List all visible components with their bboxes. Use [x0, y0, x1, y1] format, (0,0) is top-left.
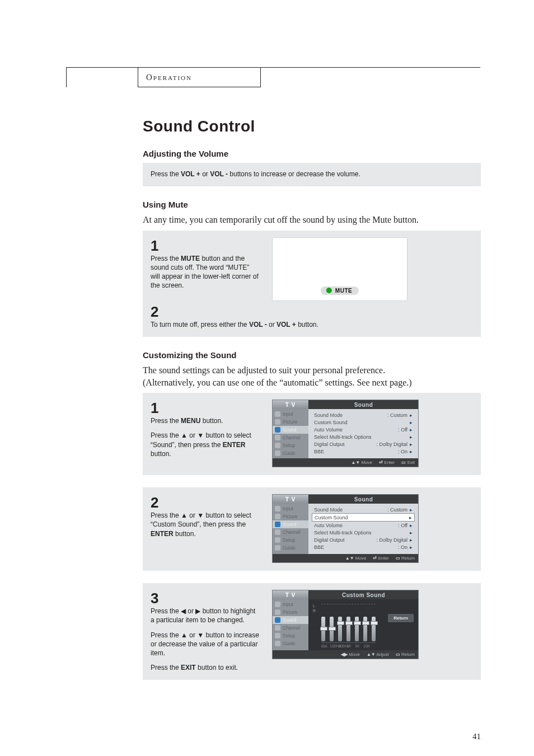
- osd-row-highlighted: Custom Sound▸: [312, 513, 415, 522]
- mute-badge: MUTE: [321, 287, 359, 295]
- eq-bar: [355, 617, 359, 641]
- custom-step2-text: Press the ▲ or ▼ button to select “Custo…: [151, 511, 260, 538]
- osd-eq-pane: Return L R: [308, 599, 418, 650]
- osd-sound-menu-2: T V Sound Input Picture Sound Channel Se…: [272, 494, 419, 563]
- setup-icon: [275, 537, 280, 543]
- box-custom-step3: 3 Press the ◀ or ▶ button to highlight a…: [143, 583, 481, 680]
- osd-helpbar: ▲▼ Move ⏎ Enter ▭ Exit: [273, 458, 418, 467]
- chevron-right-icon: ▸: [410, 412, 413, 418]
- eq-bar: [346, 617, 350, 641]
- setup-icon: [275, 633, 280, 638]
- help-return: ▭ Return: [396, 556, 415, 561]
- chevron-right-icon: ▸: [410, 434, 413, 440]
- heading-adjusting-volume: Adjusting the Volume: [143, 149, 481, 158]
- osd-nav: Input Picture Sound Channel Setup Guide: [273, 504, 308, 554]
- eq-bar: [372, 617, 376, 641]
- eq-bar: [363, 617, 367, 641]
- input-icon: [275, 411, 280, 417]
- input-icon: [275, 602, 280, 607]
- osd-nav-setup: Setup: [273, 632, 308, 640]
- osd-row: BBE: On▸: [312, 448, 415, 455]
- chevron-right-icon: ▸: [410, 544, 413, 550]
- osd-nav-guide: Guide: [273, 449, 308, 457]
- osd-tv-caption: T V: [273, 400, 308, 409]
- box-custom-step2: 2 Press the ▲ or ▼ button to select “Cus…: [143, 487, 481, 571]
- sound-icon: [275, 427, 280, 433]
- osd-window-title: Sound: [308, 400, 418, 409]
- osd-window-title: Sound: [308, 495, 418, 504]
- osd-row: Digital Output: Dolby Digital▸: [312, 440, 415, 448]
- osd-nav-picture: Picture: [273, 418, 308, 426]
- heading-customizing-sound: Customizing the Sound: [143, 350, 481, 360]
- osd-row: Digital Output: Dolby Digital▸: [312, 536, 415, 543]
- page-top-rule-stub: [66, 67, 67, 87]
- help-return: ▭ Return: [396, 652, 415, 657]
- guide-icon: [275, 450, 280, 456]
- osd-nav-channel: Channel: [273, 528, 308, 536]
- osd-nav-sound: Sound: [273, 520, 308, 528]
- osd-helpbar: ◀▶ Move ▲▼ Adjust ▭ Return: [273, 650, 418, 659]
- help-exit: ▭ Exit: [401, 460, 415, 465]
- osd-pane: Sound Mode: Custom▸ Custom Sound▸ Auto V…: [308, 504, 418, 554]
- osd-pane: Sound Mode: Custom▸ Custom Sound▸ Auto V…: [308, 409, 418, 458]
- sound-icon: [275, 617, 280, 623]
- chevron-right-icon: ▸: [410, 442, 413, 447]
- osd-row: Select Multi-track Options▸: [312, 529, 415, 536]
- eq-sliders: [321, 604, 376, 643]
- custom-step3-line1: Press the ◀ or ▶ button to highlight a p…: [151, 607, 260, 624]
- osd-nav-guide: Guide: [273, 544, 308, 552]
- custom-step3-line3: Press the EXIT button to exit.: [151, 663, 260, 672]
- eq-knob: [362, 621, 369, 625]
- step-number: 2: [151, 495, 260, 510]
- osd-tv-caption: T V: [273, 590, 308, 599]
- page-title: Sound Control: [143, 118, 481, 135]
- setup-icon: [275, 443, 280, 448]
- sound-icon: [275, 522, 280, 527]
- help-adjust: ▲▼ Adjust: [367, 652, 389, 657]
- eq-bar: [338, 617, 342, 641]
- chevron-right-icon: ▸: [410, 523, 413, 528]
- osd-nav-picture: Picture: [273, 513, 308, 520]
- osd-nav-input: Input: [273, 505, 308, 513]
- eq-labels: Bal. 100Hz 300Hz 1K 3K 10K: [321, 644, 376, 648]
- eq-bar: [321, 617, 325, 641]
- page-number: 41: [472, 732, 481, 741]
- step-number: 3: [151, 591, 260, 605]
- guide-icon: [275, 641, 280, 646]
- box-custom-step1: 1 Press the MENU button. Press the ▲ or …: [143, 393, 481, 475]
- custom-step1-line1: Press the MENU button.: [151, 416, 260, 425]
- osd-nav-channel: Channel: [273, 434, 308, 442]
- step-number: 1: [151, 401, 260, 415]
- input-icon: [275, 506, 280, 511]
- osd-row: Auto Volume: Off▸: [312, 522, 415, 529]
- osd-window-title: Custom Sound: [308, 590, 418, 599]
- channel-icon: [275, 529, 280, 535]
- eq-knob: [320, 627, 327, 631]
- osd-row: Custom Sound▸: [312, 419, 415, 426]
- section-tab-label: Operation: [146, 73, 192, 82]
- help-enter: ⏎ Enter: [379, 460, 395, 465]
- box-using-mute: 1 Press the MUTE button and the sound cu…: [143, 231, 481, 337]
- osd-nav-picture: Picture: [273, 608, 308, 616]
- osd-tv-caption: T V: [273, 495, 308, 504]
- osd-return-button: Return: [388, 614, 414, 622]
- eq-knob: [354, 621, 361, 625]
- section-tab: Operation: [138, 67, 261, 87]
- chevron-right-icon: ▸: [410, 507, 413, 513]
- osd-row: Sound Mode: Custom▸: [312, 506, 415, 513]
- osd-row: Select Multi-track Options▸: [312, 433, 415, 440]
- osd-nav: Input Picture Sound Channel Setup Guide: [273, 599, 308, 650]
- osd-custom-sound: T V Custom Sound Input Picture Sound Cha…: [272, 590, 419, 659]
- guide-icon: [275, 545, 280, 551]
- osd-nav-sound: Sound: [273, 426, 308, 434]
- eq-bar: [330, 617, 334, 641]
- help-move: ◀▶ Move: [341, 652, 360, 657]
- mute-intro: At any time, you can temporarily cut off…: [143, 214, 481, 226]
- osd-row: Auto Volume: Off▸: [312, 426, 415, 433]
- chevron-right-icon: ▸: [410, 449, 413, 454]
- help-move: ▲▼ Move: [345, 556, 367, 561]
- help-move: ▲▼ Move: [351, 460, 372, 465]
- osd-nav-setup: Setup: [273, 442, 308, 449]
- mute-screenshot: MUTE: [272, 237, 407, 301]
- osd-nav-input: Input: [273, 410, 308, 418]
